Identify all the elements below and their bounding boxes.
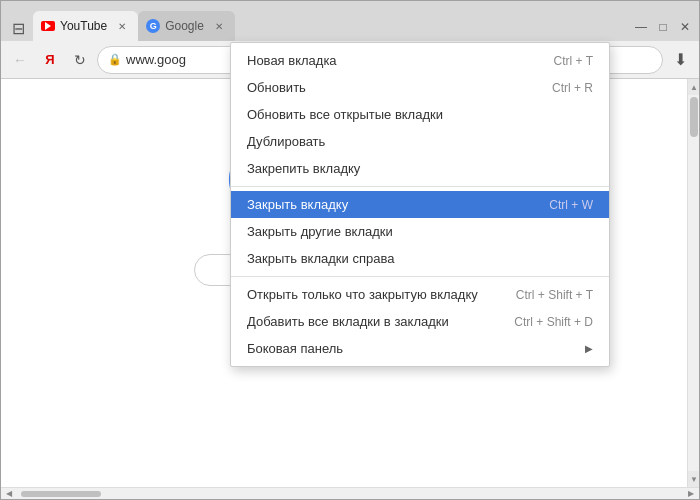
menu-item-close-tab-shortcut: Ctrl + W	[549, 198, 593, 212]
menu-item-pin-tab-label: Закрепить вкладку	[247, 161, 360, 176]
scroll-down-button[interactable]: ▼	[688, 471, 699, 487]
menu-item-reopen-label: Открыть только что закрытую вкладку	[247, 287, 478, 302]
menu-item-new-tab-shortcut: Ctrl + T	[554, 54, 593, 68]
tab-youtube-title: YouTube	[60, 19, 107, 33]
separator-1	[231, 186, 609, 187]
tab-google-close[interactable]: ✕	[211, 18, 227, 34]
scroll-up-button[interactable]: ▲	[688, 79, 699, 95]
toolbar-right: ⬇	[667, 47, 693, 73]
sidebar-toggle-button[interactable]: ⊟	[5, 15, 31, 41]
menu-item-new-tab-label: Новая вкладка	[247, 53, 337, 68]
menu-item-refresh-all[interactable]: Обновить все открытые вкладки	[231, 101, 609, 128]
menu-item-reopen-shortcut: Ctrl + Shift + T	[516, 288, 593, 302]
scroll-right-button[interactable]: ▶	[683, 488, 699, 500]
tab-google[interactable]: G Google ✕	[138, 11, 235, 41]
menu-item-close-others-label: Закрыть другие вкладки	[247, 224, 393, 239]
menu-item-bookmark-all-label: Добавить все вкладки в закладки	[247, 314, 449, 329]
horizontal-scrollbar[interactable]: ◀ ▶	[1, 487, 699, 499]
download-button[interactable]: ⬇	[667, 47, 693, 73]
h-scroll-thumb[interactable]	[21, 491, 101, 497]
menu-item-refresh-all-label: Обновить все открытые вкладки	[247, 107, 443, 122]
menu-item-refresh[interactable]: Обновить Ctrl + R	[231, 74, 609, 101]
back-button[interactable]: ←	[7, 47, 33, 73]
tab-bar: ⊟ YouTube ✕ G Google ✕ — □ ✕	[1, 1, 699, 41]
menu-item-refresh-label: Обновить	[247, 80, 306, 95]
menu-item-sidebar[interactable]: Боковая панель ▶	[231, 335, 609, 362]
menu-item-sidebar-label: Боковая панель	[247, 341, 343, 356]
menu-item-duplicate[interactable]: Дублировать	[231, 128, 609, 155]
tab-youtube-close[interactable]: ✕	[114, 18, 130, 34]
context-menu: Новая вкладка Ctrl + T Обновить Ctrl + R…	[230, 42, 610, 367]
menu-item-close-tab-label: Закрыть вкладку	[247, 197, 348, 212]
menu-item-refresh-shortcut: Ctrl + R	[552, 81, 593, 95]
maximize-button[interactable]: □	[653, 17, 673, 37]
separator-2	[231, 276, 609, 277]
vertical-scrollbar[interactable]: ▲ ▼	[687, 79, 699, 487]
submenu-arrow-icon: ▶	[585, 343, 593, 354]
yandex-logo: Я	[37, 47, 63, 73]
menu-item-reopen[interactable]: Открыть только что закрытую вкладку Ctrl…	[231, 281, 609, 308]
youtube-favicon	[41, 19, 55, 33]
window-controls: — □ ✕	[631, 17, 695, 41]
scroll-left-button[interactable]: ◀	[1, 488, 17, 500]
close-button[interactable]: ✕	[675, 17, 695, 37]
tab-google-title: Google	[165, 19, 204, 33]
google-favicon: G	[146, 19, 160, 33]
menu-item-pin-tab[interactable]: Закрепить вкладку	[231, 155, 609, 182]
menu-item-close-others[interactable]: Закрыть другие вкладки	[231, 218, 609, 245]
menu-item-duplicate-label: Дублировать	[247, 134, 325, 149]
browser-window: ⊟ YouTube ✕ G Google ✕ — □ ✕ ← Я ↻	[0, 0, 700, 500]
menu-item-bookmark-all-shortcut: Ctrl + Shift + D	[514, 315, 593, 329]
menu-item-close-tab[interactable]: Закрыть вкладку Ctrl + W	[231, 191, 609, 218]
menu-item-close-right-label: Закрыть вкладки справа	[247, 251, 394, 266]
tab-youtube[interactable]: YouTube ✕	[33, 11, 138, 41]
menu-item-close-right[interactable]: Закрыть вкладки справа	[231, 245, 609, 272]
menu-item-new-tab[interactable]: Новая вкладка Ctrl + T	[231, 47, 609, 74]
lock-icon: 🔒	[108, 53, 122, 66]
refresh-button[interactable]: ↻	[67, 47, 93, 73]
minimize-button[interactable]: —	[631, 17, 651, 37]
menu-item-bookmark-all[interactable]: Добавить все вкладки в закладки Ctrl + S…	[231, 308, 609, 335]
scroll-thumb[interactable]	[690, 97, 698, 137]
